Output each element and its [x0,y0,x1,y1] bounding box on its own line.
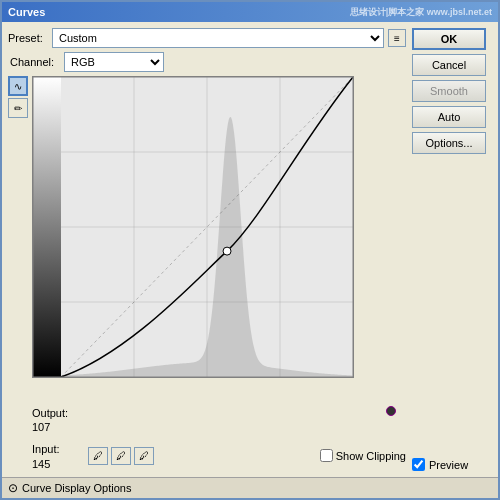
preset-select[interactable]: Custom [52,28,384,48]
curves-dialog: Curves 思绪设计|脚本之家 www.jbsl.net.et Preset:… [0,0,500,500]
curve-area: ∿ ✏ [8,76,406,398]
expand-icon: ⊙ [8,481,18,495]
main-content: Preset: Custom ≡ Channel: RGB ∿ ✏ [2,22,498,477]
auto-button[interactable]: Auto [412,106,486,128]
pencil-tool-btn[interactable]: ✏ [8,98,28,118]
watermark: 思绪设计|脚本之家 www.jbsl.net.et [350,6,492,19]
preset-menu-icon[interactable]: ≡ [388,29,406,47]
output-value: 107 [32,421,50,433]
channel-row: Channel: RGB [10,52,406,72]
ok-button[interactable]: OK [412,28,486,50]
channel-label: Channel: [10,56,60,68]
curve-canvas[interactable] [32,76,354,378]
input-value: 145 [32,458,50,470]
white-eyedropper-btn[interactable]: 🖊 [134,447,154,465]
cancel-button[interactable]: Cancel [412,54,486,76]
right-panel: OK Cancel Smooth Auto Options... Preview [412,28,492,471]
gray-eyedropper-btn[interactable]: 🖊 [111,447,131,465]
curve-canvas-container[interactable] [32,76,406,398]
curve-tools: ∿ ✏ [8,76,28,398]
show-clipping-label: Show Clipping [336,450,406,462]
show-clipping-checkbox[interactable] [320,449,333,462]
black-eyedropper-btn[interactable]: 🖊 [88,447,108,465]
dialog-title: Curves [8,6,310,18]
left-panel: Preset: Custom ≡ Channel: RGB ∿ ✏ [8,28,406,471]
input-label: Input: [32,443,60,455]
preset-label: Preset: [8,32,48,44]
preview-row: Preview [412,458,492,471]
preset-row: Preset: Custom ≡ [8,28,406,48]
input-section: Input: 145 [32,442,60,471]
curve-tool-btn[interactable]: ∿ [8,76,28,96]
options-button[interactable]: Options... [412,132,486,154]
channel-select[interactable]: RGB [64,52,164,72]
curve-display-options-label: Curve Display Options [22,482,131,494]
output-label: Output: [32,407,68,419]
smooth-button[interactable]: Smooth [412,80,486,102]
output-section: Output: 107 [32,406,68,435]
curve-display-options-row[interactable]: ⊙ Curve Display Options [2,477,498,498]
preview-label: Preview [429,459,468,471]
show-clipping-row: Show Clipping [320,449,406,462]
preview-checkbox[interactable] [412,458,425,471]
title-bar: Curves 思绪设计|脚本之家 www.jbsl.net.et [2,2,498,22]
